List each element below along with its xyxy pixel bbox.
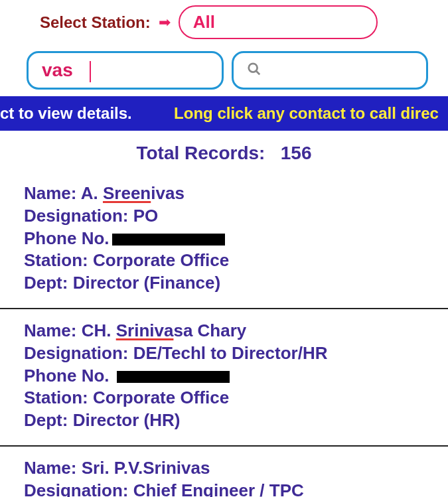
record-name: Name: CH. Srinivasa Chary [24, 320, 428, 342]
redacted-phone [112, 234, 225, 246]
search-input-value: vas [42, 60, 73, 80]
record-designation: Designation: DE/Techl to Director/HR [24, 342, 428, 365]
search-icon [247, 62, 261, 80]
arrow-right-icon: ➡ [159, 14, 171, 31]
record-phone: Phone No. [24, 365, 428, 388]
select-station-label: Select Station: [40, 13, 151, 32]
record-dept: Dept: Director (Finance) [24, 272, 428, 295]
marquee-text-1: ct to view details. [0, 104, 132, 122]
list-item[interactable]: Name: A. Sreenivas Designation: PO Phone… [0, 172, 448, 309]
record-station: Station: Corporate Office [24, 249, 428, 272]
records-list: Name: A. Sreenivas Designation: PO Phone… [0, 172, 448, 497]
total-records-row: Total Records: 156 [0, 131, 448, 172]
marquee-text-2: Long click any contact to call direc [174, 104, 439, 122]
record-name: Name: A. Sreenivas [24, 182, 428, 205]
station-dropdown[interactable]: All [179, 5, 378, 39]
station-select-row: Select Station: ➡ All [0, 0, 448, 44]
list-item[interactable]: Name: CH. Srinivasa Chary Designation: D… [0, 309, 448, 447]
instruction-marquee: ct to view details. Long click any conta… [0, 96, 448, 131]
svg-line-1 [256, 70, 260, 74]
search-input-secondary[interactable] [232, 51, 429, 90]
record-designation: Designation: PO [24, 205, 428, 228]
svg-point-0 [248, 63, 257, 72]
total-records-label: Total Records: [136, 143, 265, 163]
station-dropdown-value: All [193, 12, 215, 32]
record-station: Station: Corporate Office [24, 387, 428, 409]
record-dept: Dept: Director (HR) [24, 409, 428, 432]
record-designation: Designation: Chief Engineer / TPC [24, 480, 428, 497]
record-name: Name: Sri. P.V.Srinivas [24, 457, 428, 480]
search-row: vas [0, 44, 448, 96]
list-item[interactable]: Name: Sri. P.V.Srinivas Designation: Chi… [0, 447, 448, 497]
search-input-name[interactable]: vas [27, 51, 224, 90]
record-phone: Phone No. [24, 228, 428, 250]
redacted-phone [117, 371, 230, 383]
total-records-count: 156 [281, 143, 312, 163]
